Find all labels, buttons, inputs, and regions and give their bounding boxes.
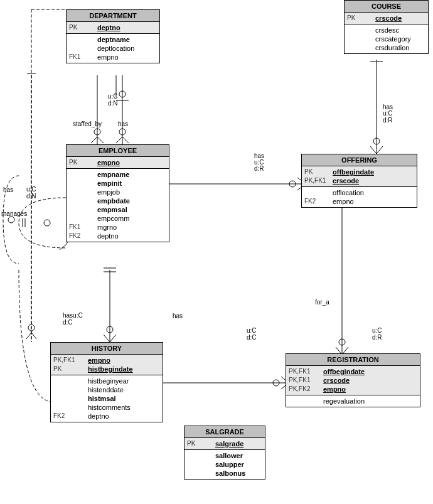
history-pk-key-1: PK,FK1 — [53, 357, 88, 363]
label-dr-emp-off: d:R — [254, 165, 264, 172]
history-histmsal: histmsal — [88, 395, 116, 402]
entity-course-attrs: crsdesc crscategory crsduration — [345, 24, 428, 53]
entity-history: HISTORY PK,FK1 empno PK histbegindate hi… — [50, 342, 163, 422]
employee-empbdate: empbdate — [97, 197, 130, 205]
svg-line-22 — [377, 146, 383, 154]
entity-history-pk: PK,FK1 empno PK histbegindate — [51, 355, 163, 375]
svg-line-1 — [116, 137, 122, 143]
label-has-emp-hist: hasu:C — [63, 312, 83, 319]
entity-employee: EMPLOYEE PK empno empname empinit empjob — [66, 144, 169, 242]
emp-fk1-key: FK1 — [69, 223, 97, 230]
entity-salgrade-attrs: sallower salupper salbonus — [184, 450, 265, 479]
employee-pk-key: PK — [69, 159, 97, 166]
svg-line-44 — [26, 333, 31, 339]
salgrade-salupper: salupper — [215, 461, 244, 468]
entity-registration-pk: PK,FK1 offbegindate PK,FK1 crscode PK,FK… — [286, 366, 420, 395]
entity-registration: REGISTRATION PK,FK1 offbegindate PK,FK1 … — [286, 353, 420, 407]
employee-empmsal: empmsal — [97, 206, 127, 213]
entity-course-title: COURSE — [345, 1, 428, 13]
svg-line-21 — [370, 146, 377, 154]
entity-salgrade-pk: PK salgrade — [184, 438, 265, 450]
label-dr-course-reg: d:R — [372, 334, 382, 341]
course-crsdesc: crsdesc — [375, 26, 399, 34]
course-crscategory: crscategory — [375, 35, 411, 43]
label-dc-emp-hist: d:C — [63, 319, 73, 326]
course-crscode: crscode — [375, 14, 402, 22]
entity-history-attrs: histbeginyear histenddate histmsal histc… — [51, 375, 163, 422]
entity-offering-pk: PK offbegindate PK,FK1 crscode — [302, 166, 417, 187]
entity-employee-title: EMPLOYEE — [67, 145, 169, 157]
svg-point-14 — [8, 217, 14, 223]
entity-department-attrs: deptname deptlocation FK1 empno — [67, 34, 159, 63]
svg-point-28 — [339, 339, 345, 345]
svg-point-18 — [289, 181, 296, 187]
svg-line-2 — [122, 137, 129, 143]
department-attr-deptlocation: deptlocation — [97, 45, 134, 52]
entity-salgrade-title: SALGRADE — [184, 426, 265, 438]
svg-line-32 — [104, 335, 110, 342]
offering-empno: empno — [333, 198, 354, 205]
svg-line-33 — [110, 335, 116, 342]
employee-deptno: deptno — [97, 232, 119, 240]
employee-mgrno: mgrno — [97, 223, 117, 231]
label-uc-off-reg: u:C — [247, 327, 257, 334]
history-histcomments: histcomments — [88, 404, 131, 411]
course-pk-key: PK — [347, 14, 375, 21]
department-fk1-key: FK1 — [69, 53, 97, 60]
emp-fk2-key: FK2 — [69, 232, 97, 239]
offering-offlocation: offlocation — [333, 189, 364, 196]
salgrade-salgrade: salgrade — [215, 440, 243, 448]
label-has-hist-reg: has — [173, 313, 183, 319]
employee-empname: empname — [97, 171, 129, 178]
history-histbeginyear: histbeginyear — [88, 377, 129, 385]
entity-employee-pk: PK empno — [67, 157, 169, 169]
label-has-dept-left: has — [3, 186, 13, 193]
salgrade-sallower: sallower — [215, 452, 243, 459]
reg-regevaluation: regevaluation — [323, 397, 365, 405]
entity-registration-title: REGISTRATION — [286, 354, 420, 366]
offering-crscode: crscode — [333, 177, 359, 185]
reg-pk-key-3: PK,FK2 — [289, 385, 323, 392]
salgrade-pk-key: PK — [187, 440, 215, 447]
label-dn-manages: d:N — [26, 193, 36, 200]
entity-offering-attrs: offlocation FK2 empno — [302, 187, 417, 207]
employee-empinit: empinit — [97, 180, 122, 187]
svg-point-50 — [119, 91, 126, 97]
label-dc-off-reg: d:C — [247, 334, 257, 341]
department-attr-deptname: deptname — [97, 36, 130, 43]
svg-point-11 — [44, 220, 50, 226]
department-fk1-empno: empno — [97, 53, 119, 61]
offering-pk-key-1: PK — [304, 168, 333, 175]
department-pk-key: PK — [69, 24, 97, 31]
reg-offbegindate: offbegindate — [323, 368, 365, 375]
label-dn-dept-emp: d:N — [108, 100, 118, 107]
employee-pk-field: empno — [97, 159, 120, 166]
employee-empcomm: empcomm — [97, 215, 129, 222]
svg-line-9 — [60, 245, 66, 250]
diagram: DEPARTMENT PK deptno deptname deptlocati… — [0, 0, 433, 504]
entity-salgrade: SALGRADE PK salgrade sallower salupper s… — [184, 426, 265, 480]
entity-history-title: HISTORY — [51, 343, 163, 355]
department-pk-field: deptno — [97, 24, 120, 31]
entity-offering-title: OFFERING — [302, 154, 417, 166]
label-for-a: for_a — [315, 299, 329, 306]
entity-offering: OFFERING PK offbegindate PK,FK1 crscode … — [301, 154, 417, 208]
entity-course-pk: PK crscode — [345, 13, 428, 24]
svg-point-46 — [28, 324, 35, 331]
entity-department-pk: PK deptno — [67, 22, 159, 34]
svg-point-40 — [273, 380, 279, 386]
salgrade-salbonus: salbonus — [215, 469, 245, 477]
hist-fk2-key: FK2 — [53, 412, 88, 419]
offering-offbegindate: offbegindate — [333, 168, 374, 176]
employee-empjob: empjob — [97, 188, 120, 196]
label-dr-course-off: d:R — [383, 117, 393, 124]
entity-registration-attrs: regevaluation — [286, 395, 420, 407]
svg-line-5 — [91, 137, 97, 143]
history-histenddate: histenddate — [88, 386, 124, 394]
label-staffed-by: staffed_by — [73, 121, 102, 127]
label-has-dept-emp: has — [118, 121, 128, 127]
svg-line-45 — [31, 333, 36, 339]
reg-empno: empno — [323, 385, 346, 393]
history-pk-key-2: PK — [53, 365, 88, 372]
entity-department-title: DEPARTMENT — [67, 10, 159, 22]
